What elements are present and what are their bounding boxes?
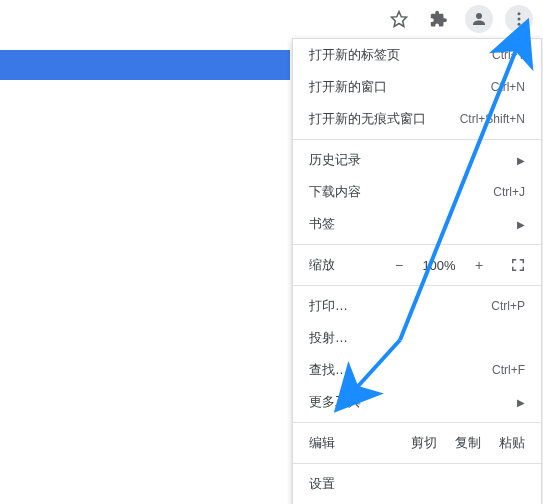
menu-label: 设置 [309, 475, 525, 493]
menu-zoom-row: 缩放 − 100% + [293, 249, 541, 281]
menu-shortcut: Ctrl+P [491, 299, 525, 313]
zoom-label: 缩放 [309, 256, 379, 274]
menu-new-incognito[interactable]: 打开新的无痕式窗口 Ctrl+Shift+N [293, 103, 541, 135]
edit-label: 编辑 [309, 434, 393, 452]
menu-shortcut: Ctrl+Shift+N [460, 112, 525, 126]
svg-point-2 [518, 12, 521, 15]
zoom-out-button[interactable]: − [389, 257, 409, 273]
menu-label: 下载内容 [309, 183, 493, 201]
bookmark-star-icon[interactable] [385, 5, 413, 33]
menu-help[interactable]: 帮助 ▶ [293, 500, 541, 504]
menu-label: 书签 [309, 215, 509, 233]
menu-more-tools[interactable]: 更多工具 ▶ [293, 386, 541, 418]
extensions-icon[interactable] [425, 5, 453, 33]
menu-settings[interactable]: 设置 [293, 468, 541, 500]
profile-avatar-icon[interactable] [465, 5, 493, 33]
menu-label: 打开新的无痕式窗口 [309, 110, 460, 128]
menu-divider [293, 422, 541, 423]
menu-new-tab[interactable]: 打开新的标签页 Ctrl+T [293, 39, 541, 71]
browser-toolbar [385, 0, 543, 38]
menu-new-window[interactable]: 打开新的窗口 Ctrl+N [293, 71, 541, 103]
menu-downloads[interactable]: 下载内容 Ctrl+J [293, 176, 541, 208]
menu-shortcut: Ctrl+T [492, 48, 525, 62]
menu-shortcut: Ctrl+N [491, 80, 525, 94]
menu-shortcut: Ctrl+F [492, 363, 525, 377]
menu-label: 打开新的标签页 [309, 46, 492, 64]
menu-label: 更多工具 [309, 393, 509, 411]
menu-cast[interactable]: 投射… [293, 322, 541, 354]
chevron-right-icon: ▶ [517, 155, 525, 166]
zoom-in-button[interactable]: + [469, 257, 489, 273]
menu-shortcut: Ctrl+J [493, 185, 525, 199]
edit-paste-button[interactable]: 粘贴 [499, 434, 525, 452]
chevron-right-icon: ▶ [517, 219, 525, 230]
menu-history[interactable]: 历史记录 ▶ [293, 144, 541, 176]
svg-point-3 [518, 18, 521, 21]
menu-divider [293, 463, 541, 464]
kebab-menu-icon[interactable] [505, 5, 533, 33]
svg-point-4 [518, 23, 521, 26]
chrome-main-menu: 打开新的标签页 Ctrl+T 打开新的窗口 Ctrl+N 打开新的无痕式窗口 C… [292, 38, 542, 504]
menu-find[interactable]: 查找… Ctrl+F [293, 354, 541, 386]
menu-label: 投射… [309, 329, 525, 347]
menu-label: 打印… [309, 297, 491, 315]
edit-cut-button[interactable]: 剪切 [411, 434, 437, 452]
page-header-strip [0, 50, 290, 80]
chevron-right-icon: ▶ [517, 397, 525, 408]
menu-label: 查找… [309, 361, 492, 379]
menu-edit-row: 编辑 剪切 复制 粘贴 [293, 427, 541, 459]
fullscreen-icon[interactable] [511, 258, 525, 272]
svg-marker-0 [392, 12, 407, 27]
menu-divider [293, 285, 541, 286]
menu-print[interactable]: 打印… Ctrl+P [293, 290, 541, 322]
zoom-value: 100% [419, 258, 459, 273]
menu-divider [293, 244, 541, 245]
edit-copy-button[interactable]: 复制 [455, 434, 481, 452]
menu-divider [293, 139, 541, 140]
menu-bookmarks[interactable]: 书签 ▶ [293, 208, 541, 240]
menu-label: 打开新的窗口 [309, 78, 491, 96]
svg-point-1 [476, 13, 482, 19]
menu-label: 历史记录 [309, 151, 509, 169]
